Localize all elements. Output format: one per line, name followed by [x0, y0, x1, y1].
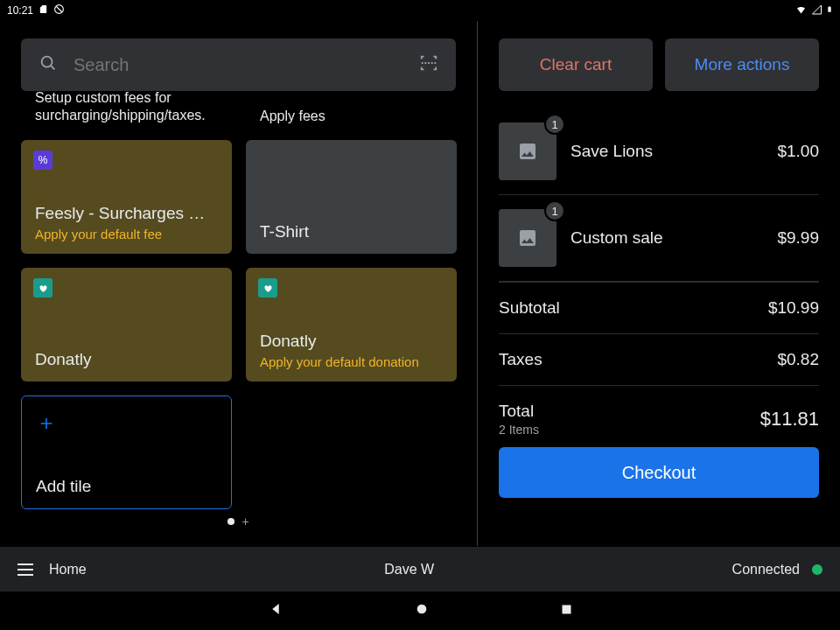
svg-line-3 [51, 66, 54, 69]
nav-home-icon[interactable] [415, 602, 429, 620]
item-thumbnail: 1 [499, 209, 556, 267]
android-nav-bar [0, 592, 840, 630]
tile-custom-fees-partial[interactable]: Setup custom fees for surcharging/shippi… [21, 98, 232, 133]
subtotal-row: Subtotal $10.99 [499, 282, 819, 333]
checkout-button[interactable]: Checkout [499, 447, 819, 498]
svg-point-2 [42, 57, 52, 67]
clear-cart-button[interactable]: Clear cart [499, 38, 653, 91]
tile-donatly-1[interactable]: Donatly [21, 268, 232, 382]
nav-recent-icon[interactable] [560, 603, 573, 620]
item-price: $9.99 [777, 228, 819, 248]
status-time: 10:21 [7, 4, 33, 17]
dnd-icon [53, 4, 65, 18]
tile-donatly-2[interactable]: Donatly Apply your default donation [246, 268, 457, 382]
svg-point-5 [416, 605, 426, 614]
taxes-row: Taxes $0.82 [499, 333, 819, 385]
wifi-icon [794, 4, 808, 18]
add-page-icon[interactable]: + [242, 514, 248, 528]
svg-line-1 [56, 6, 62, 12]
search-input[interactable] [74, 55, 403, 75]
page-indicator: + [21, 514, 456, 528]
nav-back-icon[interactable] [268, 601, 284, 620]
cart-item[interactable]: 1 Save Lions $1.00 [499, 108, 819, 195]
battery-icon [826, 4, 833, 18]
percent-icon: % [33, 150, 52, 170]
bottom-bar: Home Dave W Connected [0, 546, 840, 592]
products-pane: Setup custom fees for surcharging/shippi… [0, 21, 477, 546]
connection-status-dot [812, 564, 822, 575]
heart-hand-icon [258, 278, 277, 298]
heart-hand-icon [33, 278, 52, 298]
qty-badge: 1 [544, 114, 565, 135]
search-bar[interactable] [21, 38, 456, 91]
qty-badge: 1 [544, 200, 565, 221]
cart-pane: Clear cart More actions 1 Save Lions $1.… [478, 21, 840, 546]
search-icon [38, 53, 58, 76]
cart-item[interactable]: 1 Custom sale $9.99 [499, 195, 819, 282]
sd-card-icon [38, 4, 48, 18]
more-actions-button[interactable]: More actions [665, 38, 819, 91]
android-status-bar: 10:21 [0, 0, 840, 21]
tile-tshirt[interactable]: T-Shirt [246, 140, 457, 254]
total-row: Total 2 Items $11.81 [499, 385, 819, 447]
connection-status-label: Connected [732, 562, 800, 578]
item-thumbnail: 1 [499, 122, 556, 180]
current-user[interactable]: Dave W [384, 562, 434, 578]
svg-rect-6 [562, 605, 570, 613]
menu-button[interactable] [18, 564, 33, 576]
tile-apply-fees-partial[interactable]: Apply fees [246, 98, 457, 133]
cell-signal-icon [811, 4, 822, 18]
item-name: Custom sale [570, 228, 763, 248]
item-price: $1.00 [777, 142, 819, 161]
item-name: Save Lions [570, 142, 763, 161]
add-tile-button[interactable]: ＋ Add tile [21, 396, 232, 509]
tile-feesly[interactable]: % Feesly - Surcharges … Apply your defau… [21, 140, 232, 254]
page-dot-active [228, 518, 234, 525]
home-label[interactable]: Home [49, 562, 87, 578]
plus-icon: ＋ [36, 409, 217, 437]
barcode-scan-icon[interactable] [419, 53, 438, 76]
